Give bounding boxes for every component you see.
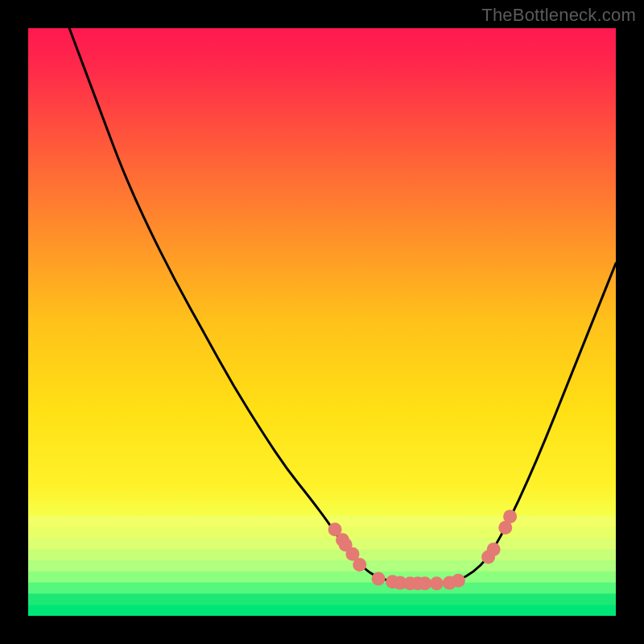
svg-point-21 bbox=[430, 576, 444, 590]
chart-frame: TheBottleneck.com bbox=[0, 0, 644, 644]
svg-point-15 bbox=[372, 572, 386, 586]
svg-rect-8 bbox=[28, 593, 616, 605]
svg-rect-1 bbox=[28, 516, 616, 527]
svg-rect-4 bbox=[28, 549, 616, 560]
svg-point-14 bbox=[353, 558, 366, 572]
svg-point-25 bbox=[487, 543, 501, 556]
svg-point-27 bbox=[503, 510, 517, 523]
svg-point-23 bbox=[452, 574, 465, 588]
watermark-text: TheBottleneck.com bbox=[481, 5, 636, 26]
svg-rect-6 bbox=[28, 572, 616, 583]
svg-rect-2 bbox=[28, 527, 616, 539]
svg-rect-3 bbox=[28, 538, 616, 549]
chart-svg bbox=[28, 28, 616, 616]
svg-rect-7 bbox=[28, 583, 616, 594]
bottleneck-chart bbox=[28, 28, 616, 616]
svg-rect-5 bbox=[28, 560, 616, 572]
svg-point-20 bbox=[418, 576, 431, 590]
svg-rect-9 bbox=[28, 605, 616, 616]
